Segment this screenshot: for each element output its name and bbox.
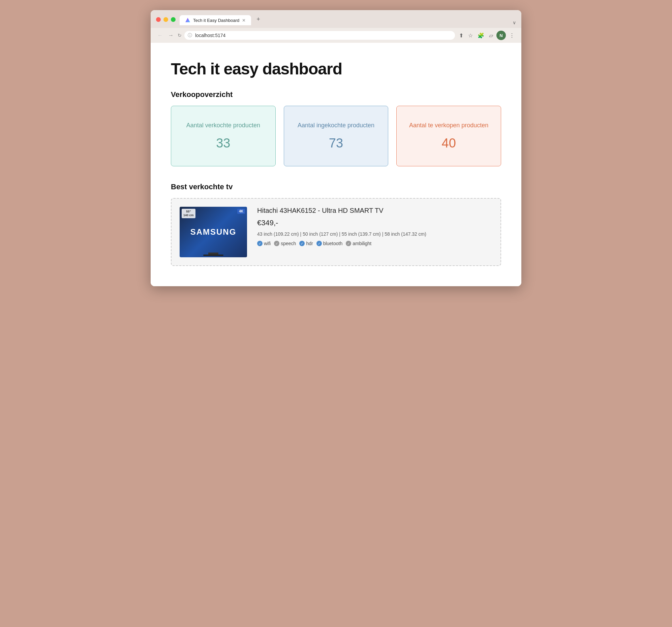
feature-wifi-label: wifi — [264, 241, 271, 246]
maximize-button[interactable] — [171, 17, 175, 22]
stat-label-purchased: Aantal ingekochte producten — [297, 122, 375, 129]
address-input[interactable] — [184, 31, 455, 40]
stat-card-to-sell: Aantal te verkopen producten 40 — [396, 106, 501, 166]
stat-value-purchased: 73 — [329, 136, 343, 151]
stat-value-sold: 33 — [216, 136, 230, 151]
best-tv-card: 55"140 cm 4K SAMSUNG Hitachi 43HAK6152 -… — [171, 198, 501, 266]
feature-hdr-icon: ✓ — [299, 241, 305, 246]
feature-ambilight-icon: ✓ — [346, 241, 351, 246]
lock-icon: ⓘ — [188, 32, 192, 39]
feature-hdr: ✓ hdr — [299, 241, 313, 246]
tab-chevron-icon[interactable]: ∨ — [512, 20, 516, 25]
feature-speech-icon: ✓ — [274, 241, 280, 246]
tab-bar: Tech it Easy Dashboard ✕ + ∨ — [179, 14, 516, 25]
stat-card-purchased: Aantal ingekochte producten 73 — [284, 106, 389, 166]
close-button[interactable] — [156, 17, 161, 22]
stat-card-sold: Aantal verkochte producten 33 — [171, 106, 276, 166]
forward-button[interactable]: → — [167, 32, 175, 39]
stat-label-to-sell: Aantal te verkopen producten — [409, 122, 488, 129]
stat-value-to-sell: 40 — [442, 136, 456, 151]
sidebar-toggle-icon[interactable]: ▱ — [488, 31, 495, 40]
browser-toolbar: ← → ↻ ⓘ ⬆ ☆ 🧩 ▱ N ⋮ — [151, 28, 521, 43]
tv-4k-badge: 4K — [237, 209, 245, 214]
page-content: Tech it easy dashboard Verkoopoverzicht … — [151, 43, 521, 286]
tv-product-name: Hitachi 43HAK6152 - Ultra HD SMART TV — [257, 207, 493, 215]
active-tab[interactable]: Tech it Easy Dashboard ✕ — [179, 15, 251, 25]
stat-label-sold: Aantal verkochte producten — [186, 122, 260, 129]
browser-titlebar: Tech it Easy Dashboard ✕ + ∨ — [151, 10, 521, 28]
refresh-button[interactable]: ↻ — [177, 33, 182, 38]
feature-speech-label: speech — [281, 241, 296, 246]
feature-wifi-icon: ✓ — [257, 241, 263, 246]
tv-size-badge: 55"140 cm — [182, 209, 195, 218]
feature-bluetooth-icon: ✓ — [316, 241, 322, 246]
menu-icon[interactable]: ⋮ — [508, 31, 516, 40]
share-icon[interactable]: ⬆ — [458, 31, 465, 40]
tv-brand-text: SAMSUNG — [190, 227, 237, 237]
feature-bluetooth-label: bluetooth — [323, 241, 343, 246]
feature-bluetooth: ✓ bluetooth — [316, 241, 343, 246]
feature-ambilight-label: ambilight — [353, 241, 371, 246]
tv-image: 55"140 cm 4K SAMSUNG — [179, 207, 247, 257]
tv-info: Hitachi 43HAK6152 - Ultra HD SMART TV €3… — [257, 207, 493, 246]
new-tab-button[interactable]: + — [253, 14, 264, 25]
feature-hdr-label: hdr — [306, 241, 313, 246]
tv-stand — [208, 253, 218, 256]
user-avatar[interactable]: N — [497, 31, 506, 40]
tab-favicon — [185, 18, 190, 23]
extensions-icon[interactable]: 🧩 — [476, 31, 486, 40]
tv-sizes: 43 inch (109.22 cm) | 50 inch (127 cm) |… — [257, 231, 493, 237]
traffic-lights — [156, 17, 175, 22]
feature-ambilight: ✓ ambilight — [346, 241, 371, 246]
tv-price: €349,- — [257, 219, 493, 227]
sales-overview-heading: Verkoopoverzicht — [171, 90, 501, 99]
tv-features: ✓ wifi ✓ speech ✓ hdr ✓ — [257, 241, 493, 246]
address-bar-wrapper: ⓘ — [184, 31, 455, 40]
toolbar-icons: ⬆ ☆ 🧩 ▱ N ⋮ — [458, 31, 516, 40]
best-tv-heading: Best verkochte tv — [171, 182, 501, 191]
stats-cards: Aantal verkochte producten 33 Aantal ing… — [171, 106, 501, 166]
feature-wifi: ✓ wifi — [257, 241, 271, 246]
svg-marker-0 — [185, 18, 190, 22]
feature-speech: ✓ speech — [274, 241, 296, 246]
tab-close-button[interactable]: ✕ — [242, 18, 246, 23]
bookmark-icon[interactable]: ☆ — [467, 31, 474, 40]
browser-window: Tech it Easy Dashboard ✕ + ∨ ← → ↻ ⓘ ⬆ ☆… — [151, 10, 521, 286]
back-button[interactable]: ← — [156, 32, 164, 39]
page-title: Tech it easy dashboard — [171, 59, 501, 78]
tab-title: Tech it Easy Dashboard — [193, 18, 239, 23]
minimize-button[interactable] — [164, 17, 168, 22]
